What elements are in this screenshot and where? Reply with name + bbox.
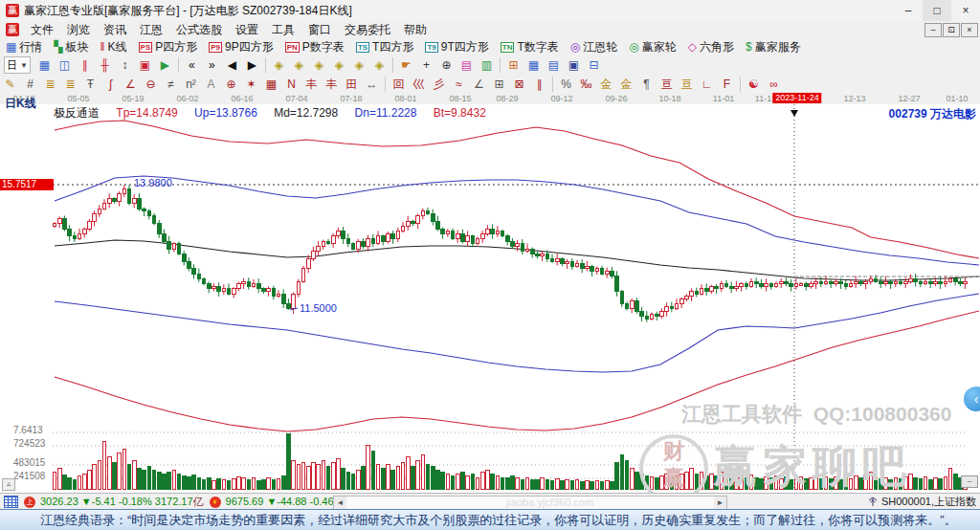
ellipse-tool-icon[interactable]: ⊖: [141, 76, 161, 93]
pane-toggle-button[interactable]: ▵: [2, 478, 15, 491]
p-number-table-button[interactable]: PNP数字表: [281, 39, 348, 55]
period-select[interactable]: 日▼: [4, 56, 31, 74]
box-band-gold-icon[interactable]: 亘: [677, 76, 697, 93]
hatch-tool-icon[interactable]: ≠: [161, 76, 181, 93]
gann-fan-icon[interactable]: 巛: [409, 76, 429, 93]
gold-bars-icon[interactable]: ≣: [40, 76, 60, 93]
diamond-zoom-1-icon[interactable]: ◈: [269, 56, 289, 74]
winner-service-button[interactable]: $赢家服务: [742, 39, 805, 55]
report-icon[interactable]: ▤: [544, 56, 564, 74]
winner-wheel-button[interactable]: ◎赢家轮: [625, 39, 679, 55]
corner-line-icon[interactable]: ∟: [697, 76, 717, 93]
kline-button[interactable]: ‖K线: [97, 39, 131, 55]
crosshair-tool-icon[interactable]: +: [416, 56, 436, 74]
infinity-icon[interactable]: ∞: [764, 76, 784, 93]
t-number-table-button[interactable]: TNT数字表: [497, 39, 563, 55]
nine-t-square-button[interactable]: T99T四方形: [421, 39, 492, 55]
scroll-right-button[interactable]: ►: [714, 497, 726, 509]
candle-style-icon[interactable]: ∥: [75, 56, 95, 74]
chart-area[interactable]: 江恩工具软件 QQ:100800360 财赢 赢家聊吧 极反通道 Tp=14.8…: [0, 104, 980, 493]
gann-fan2-icon[interactable]: 彡: [429, 76, 449, 93]
menu-item-7[interactable]: 工具: [265, 21, 301, 38]
calculator-icon[interactable]: ▦: [523, 56, 544, 74]
percent-icon[interactable]: %: [556, 76, 576, 93]
h-expand-icon[interactable]: ↔: [362, 76, 382, 93]
close-button[interactable]: ×: [951, 0, 980, 21]
taiji-icon[interactable]: ☯: [744, 76, 764, 93]
pencil-icon[interactable]: ✎: [0, 76, 20, 93]
dark-grid-icon[interactable]: ▦: [261, 76, 281, 93]
scroll-left-button[interactable]: ◄: [334, 497, 346, 509]
bar-style-icon[interactable]: ╫: [95, 56, 115, 74]
mdi-minimize-button[interactable]: –: [924, 23, 942, 37]
zoom-tool-icon[interactable]: ⊕: [436, 56, 457, 74]
menu-item-9[interactable]: 交易委托: [338, 21, 397, 38]
menu-item-5[interactable]: 公式选股: [169, 21, 229, 38]
diamond-zoom-3-icon[interactable]: ◈: [309, 56, 329, 74]
diamond-zoom-2-icon[interactable]: ◈: [289, 56, 309, 74]
diamond-zoom-5-icon[interactable]: ◈: [349, 56, 369, 74]
hand-tool-icon[interactable]: ☛: [396, 56, 416, 74]
jump-last-icon[interactable]: »: [202, 56, 222, 74]
minimize-button[interactable]: –: [894, 0, 923, 21]
flag-chart-icon[interactable]: ▶: [155, 56, 175, 74]
collapse-pane-button[interactable]: –: [961, 475, 978, 488]
data-manager-icon[interactable]: ⊟: [584, 56, 604, 74]
green-panel-icon[interactable]: ▥: [477, 56, 497, 74]
field-grid-icon[interactable]: 田: [342, 76, 362, 93]
horizontal-scrollbar[interactable]: ◄ jiaoba.yjcf360.com ►: [333, 496, 727, 510]
menu-item-10[interactable]: 帮助: [397, 21, 434, 38]
n-square-icon[interactable]: n²: [181, 76, 201, 93]
a-label-icon[interactable]: A: [201, 76, 221, 93]
menu-item-2[interactable]: 浏览: [60, 21, 97, 38]
gann-frame-icon[interactable]: 回: [389, 76, 409, 93]
calendar-icon[interactable]: ⊞: [503, 56, 523, 74]
grid-pound-icon[interactable]: #: [20, 76, 40, 93]
gold-coin2-icon[interactable]: 金: [616, 76, 636, 93]
prev-bar-icon[interactable]: ◀: [222, 56, 242, 74]
diamond-zoom-6-icon[interactable]: ◈: [369, 56, 390, 74]
gann-wheel-button[interactable]: ◎江恩轮: [567, 39, 621, 55]
jump-first-icon[interactable]: «: [182, 56, 202, 74]
parallel-lines-icon[interactable]: ∥: [529, 76, 549, 93]
net-grid-icon[interactable]: ⊠: [509, 76, 529, 93]
hook-line-icon[interactable]: ʃ: [100, 76, 121, 93]
angle-tool-icon[interactable]: ∠: [121, 76, 141, 93]
save-icon[interactable]: ▣: [564, 56, 584, 74]
pink-panel-icon[interactable]: ▤: [457, 56, 477, 74]
f-line-icon[interactable]: F: [717, 76, 737, 93]
window-layout-icon[interactable]: ▦: [34, 56, 55, 74]
next-bar-icon[interactable]: ▶: [242, 56, 262, 74]
permille-icon[interactable]: ‰: [576, 76, 596, 93]
p-square-button[interactable]: PSP四方形: [135, 39, 202, 55]
quote-grid-icon[interactable]: [4, 496, 18, 508]
gann-circle-icon[interactable]: ⊕: [221, 76, 241, 93]
current-index-label[interactable]: SH000001,上证指数: [867, 494, 976, 510]
menu-item-4[interactable]: 江恩: [133, 21, 169, 38]
mdi-restore-button[interactable]: ⊡: [943, 23, 960, 37]
menu-item-8[interactable]: 窗口: [301, 21, 338, 38]
scale-toggle-icon[interactable]: ↕: [115, 56, 135, 74]
fence-icon[interactable]: 丰: [301, 76, 322, 93]
box-band-icon[interactable]: 亘: [657, 76, 677, 93]
sectors-button[interactable]: ▚板块: [50, 39, 92, 55]
menu-item-3[interactable]: 资讯: [97, 21, 133, 38]
gold-bars2-icon[interactable]: ≣: [60, 76, 80, 93]
diamond-zoom-4-icon[interactable]: ◈: [329, 56, 349, 74]
t-square-button[interactable]: TST四方形: [352, 39, 418, 55]
fence2-icon[interactable]: 丰: [322, 76, 342, 93]
n-mark-icon[interactable]: Ν: [281, 76, 301, 93]
grid-add-icon[interactable]: ⊞: [489, 76, 509, 93]
t-bar-icon[interactable]: Ŧ: [80, 76, 100, 93]
hexagon-button[interactable]: ◇六角形: [684, 39, 738, 55]
menu-item-1[interactable]: 文件: [24, 21, 60, 38]
menu-item-6[interactable]: 设置: [229, 21, 265, 38]
nine-p-square-button[interactable]: P99P四方形: [205, 39, 277, 55]
pilcrow-icon[interactable]: ¶: [636, 76, 657, 93]
mdi-close-button[interactable]: ×: [961, 23, 978, 37]
candlestick-canvas[interactable]: [0, 104, 980, 493]
star-burst-icon[interactable]: ✶: [241, 76, 261, 93]
board-view-icon[interactable]: ◫: [55, 56, 75, 74]
wave-lines-icon[interactable]: ≈: [449, 76, 469, 93]
gold-coin-icon[interactable]: 金: [596, 76, 616, 93]
